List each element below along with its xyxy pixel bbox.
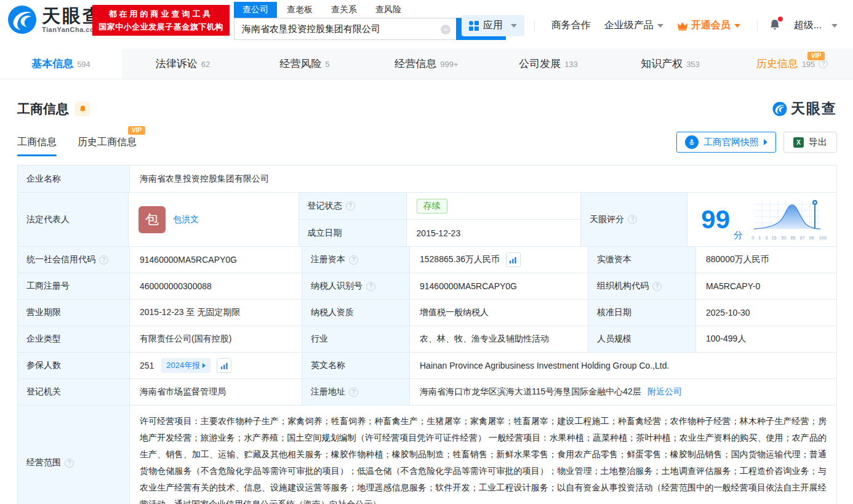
apps-menu[interactable]: 应用	[462, 15, 524, 36]
tianyancha-logo-icon	[7, 5, 37, 34]
staff-size-value: 100-499人	[696, 326, 836, 352]
nav-business-cooperation[interactable]: 商务合作	[551, 19, 591, 32]
tab-label: 基本信息	[31, 57, 73, 71]
score-distribution-chart: 01 315 5085 9799 100	[751, 198, 827, 241]
tab-count: 999+	[440, 60, 458, 69]
nearby-companies-link[interactable]: 附近公司	[647, 386, 682, 398]
chevron-down-icon	[657, 24, 663, 28]
credit-code-label: 统一社会信用代码 ?	[18, 247, 130, 273]
nav-enterprise-products[interactable]: 企业级产品	[604, 19, 663, 32]
help-icon[interactable]: ?	[819, 59, 828, 68]
annual-report-badge[interactable]: 2024年报	[161, 358, 210, 373]
business-scope-label: 经营范围 ?	[18, 406, 130, 504]
approval-date-value: 2025-10-30	[696, 300, 836, 326]
company-type-label: 企业类型	[18, 326, 130, 352]
label-text: 统一社会信用代码	[26, 254, 95, 265]
org-code-value: MA5RCAPY-0	[696, 273, 836, 299]
subscribe-bell-icon[interactable]	[75, 102, 90, 116]
top-nav: 应用 商务合作 企业级产品 开通会员 超级...	[462, 15, 844, 36]
search-tab-risk[interactable]: 查风险	[375, 2, 401, 18]
reg-status-label: 登记状态 ?	[299, 193, 407, 219]
excel-icon: X	[793, 137, 804, 148]
help-icon[interactable]: ?	[652, 282, 662, 291]
score-chart-axis: 01 315 5085 9799 100	[751, 235, 827, 241]
help-icon[interactable]: ?	[366, 282, 375, 291]
official-snapshot-button[interactable]: 工商官网快照	[676, 132, 776, 153]
table-row: 营业期限 2015-12-23 至 无固定期限 纳税人资质 增值税一般纳税人 核…	[18, 300, 836, 326]
export-label: 导出	[809, 137, 827, 148]
subtab-history-business-info[interactable]: VIP历史工商信息	[78, 136, 137, 156]
subtab-business-info[interactable]: 工商信息	[17, 136, 57, 156]
main-content: 工商信息 天眼查 工商信息 VIP历史工商信息	[0, 99, 853, 504]
search-tab-company[interactable]: 查公司	[234, 2, 277, 18]
apps-grid-icon	[469, 21, 479, 31]
main-tab-strip: 基本信息 594 法律诉讼 62 经营风险 5 经营信息 999+ 公司发展 1…	[0, 49, 853, 79]
clear-search-icon[interactable]: ×	[441, 25, 451, 34]
org-code-label: 组织机构代码 ?	[588, 273, 696, 299]
nav-open-vip[interactable]: 开通会员	[677, 19, 740, 32]
label-text: 组织机构代码	[597, 281, 649, 292]
taxpayer-id-label: 纳税人识别号 ?	[302, 273, 410, 299]
tab-count: 5	[325, 60, 329, 69]
tab-operation-info[interactable]: 经营信息 999+	[366, 49, 487, 79]
tab-label: 历史信息	[756, 57, 798, 71]
enterprise-label: 企业级产品	[604, 19, 654, 32]
vip-badge: VIP	[128, 126, 145, 135]
subtab-label: 历史工商信息	[78, 137, 137, 147]
help-icon[interactable]: ?	[99, 255, 108, 265]
notification-bell-icon[interactable]	[769, 18, 781, 33]
tab-operation-risk[interactable]: 经营风险 5	[244, 49, 366, 79]
tianyancha-logo-icon	[772, 102, 787, 116]
help-icon[interactable]: ?	[349, 388, 358, 397]
search-tab-relation[interactable]: 查关系	[331, 2, 357, 18]
address-text: 海南省海口市龙华区滨海大道115号海垦国际金融中心42层	[420, 386, 641, 398]
tab-basic-info[interactable]: 基本信息 594	[0, 49, 122, 79]
reg-status-value: 存续	[407, 193, 581, 219]
help-icon[interactable]: ?	[349, 255, 358, 265]
tab-label: 知识产权	[641, 57, 683, 71]
credit-code-value: 91460000MA5RCAPY0G	[130, 247, 302, 273]
capital-chart-icon[interactable]	[506, 252, 521, 267]
table-row: 企业名称 海南省农垦投资控股集团有限公司	[18, 166, 836, 193]
reg-authority-label: 登记机关	[18, 379, 130, 405]
watermark-logo: 天眼查	[772, 99, 837, 118]
tab-label: 经营信息	[394, 57, 436, 71]
insured-count-label: 参保人数	[18, 353, 130, 378]
arrow-right-icon	[764, 139, 767, 145]
english-name-value: Hainan Province Agribusiness Investment …	[410, 353, 836, 378]
taxpayer-quality-value: 增值税一般纳税人	[410, 300, 588, 326]
table-row: 经营范围 ? 许可经营项目：主要农作物种子生产；家禽饲养；牲畜饲养；种畜禽生产；…	[18, 406, 836, 504]
search-input-wrap: ×	[234, 18, 456, 40]
export-button[interactable]: X 导出	[783, 132, 837, 153]
table-row: 登记机关 海南省市场监督管理局 注册地址 ? 海南省海口市龙华区滨海大道115号…	[18, 379, 836, 406]
promo-line2: 国家中小企业发展子基金旗下机构	[98, 20, 223, 33]
vip-badge: VIP	[807, 52, 825, 60]
help-icon[interactable]: ?	[628, 215, 637, 224]
value-text: 251	[140, 361, 154, 370]
score-label: 天眼评分 ?	[581, 193, 687, 246]
company-name-value: 海南省农垦投资控股集团有限公司	[130, 166, 836, 192]
taxpayer-id-value: 91460000MA5RCAPY0G	[410, 273, 588, 299]
business-scope-value: 许可经营项目：主要农作物种子生产；家禽饲养；牲畜饲养；种畜禽生产；生猪屠宰；家禽…	[130, 406, 836, 504]
section-title: 工商信息	[17, 100, 69, 118]
search-input[interactable]	[234, 18, 456, 39]
legal-rep-avatar[interactable]: 包	[138, 206, 166, 233]
tab-count: 62	[201, 60, 210, 69]
legal-rep-link[interactable]: 包洪文	[173, 214, 199, 225]
tab-history-info[interactable]: VIP 历史信息 195 ?	[731, 49, 853, 79]
tianyancha-logo[interactable]: 天眼查 TianYanCha.com	[7, 5, 103, 34]
watermark-text: 天眼查	[791, 99, 837, 118]
tab-intellectual-property[interactable]: 知识产权 353	[609, 49, 731, 79]
tab-legal-proceedings[interactable]: 法律诉讼 62	[122, 49, 244, 79]
staff-size-label: 人员规模	[588, 326, 696, 352]
search-tab-boss[interactable]: 查老板	[287, 2, 313, 18]
nav-super-member[interactable]: 超级...	[794, 19, 838, 32]
help-icon[interactable]: ?	[346, 201, 355, 210]
help-icon[interactable]: ?	[65, 458, 74, 468]
insured-chart-icon[interactable]	[217, 358, 231, 373]
crown-icon	[677, 21, 688, 31]
tab-company-development[interactable]: 公司发展 133	[487, 49, 609, 79]
chevron-down-icon	[734, 24, 740, 28]
arrow-right-icon	[202, 363, 206, 368]
tab-count: 195	[802, 60, 815, 69]
